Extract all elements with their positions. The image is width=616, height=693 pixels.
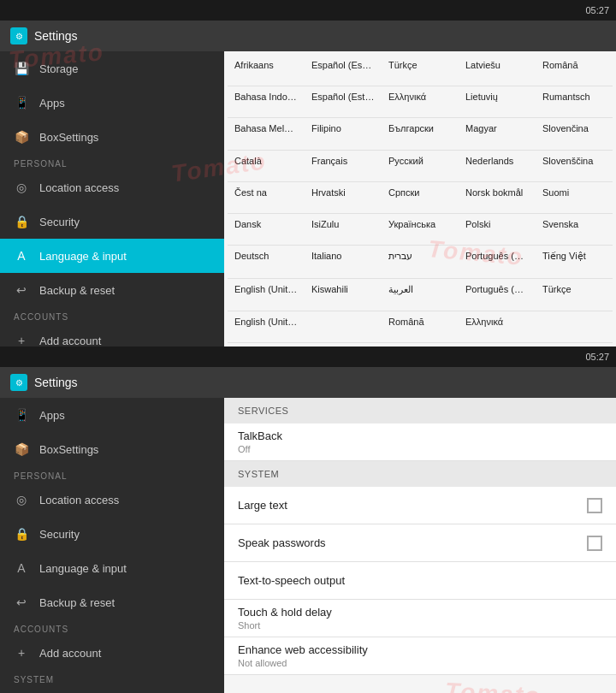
lang-norsk[interactable]: Norsk bokmål (459, 182, 536, 214)
lang-russian[interactable]: Русский (382, 151, 459, 182)
sidebar-item-location[interactable]: ◎ Location access (0, 170, 224, 204)
language-icon-bottom: A (14, 561, 29, 575)
lang-serbian[interactable]: Српски (382, 182, 459, 214)
sidebar-bottom-label-security: Security (39, 528, 80, 541)
backup-icon-bottom: ↩ (14, 595, 29, 609)
tts-output-row[interactable]: Text-to-speech output (224, 562, 616, 600)
lang-turkce[interactable]: Türkçe (382, 55, 459, 86)
boxsettings-icon: 📦 (14, 130, 29, 144)
lang-suomi[interactable]: Suomi (536, 182, 613, 214)
lang-english-us[interactable]: English (United States) (228, 311, 305, 343)
location-icon-bottom: ◎ (14, 493, 29, 506)
sidebar-label-language: Language & input (39, 250, 127, 263)
lang-bahasa-indonesia[interactable]: Bahasa Indonesia (228, 86, 305, 118)
lang-bulgarian[interactable]: Български (382, 118, 459, 150)
settings-icon-bottom: ⚙ (10, 374, 27, 391)
sidebar-bottom-security[interactable]: 🔒 Security (0, 517, 224, 551)
talkback-subtitle: Off (238, 444, 282, 454)
sidebar-bottom-datetime[interactable]: 🕐 Date & time (0, 686, 224, 693)
lang-lithuanian[interactable]: Lietuvių (459, 86, 536, 118)
lang-deutsch[interactable]: Deutsch (228, 246, 305, 278)
sidebar-bottom-label-addaccount: Add account (39, 647, 101, 660)
sidebar-bottom-backup[interactable]: ↩ Backup & reset (0, 585, 224, 619)
sidebar-bottom-language[interactable]: A Language & input (0, 551, 224, 585)
lang-isizulu[interactable]: IsiZulu (305, 214, 382, 246)
lang-espanol-estados[interactable]: Español (Estados U (305, 86, 382, 118)
lang-bahasa-melayu[interactable]: Bahasa Melayu (228, 118, 305, 150)
lang-francais[interactable]: Français (305, 151, 382, 182)
lang-polish[interactable]: Polski (459, 214, 536, 246)
touch-hold-title: Touch & hold delay (238, 606, 332, 619)
lang-greek2[interactable]: Ελληνικά (459, 311, 536, 343)
lang-rumantsch[interactable]: Rumantsch (536, 86, 613, 118)
touch-hold-subtitle: Short (238, 620, 332, 631)
lang-filipino[interactable]: Filipino (305, 118, 382, 150)
section-personal-bottom: PERSONAL (0, 466, 224, 483)
speak-passwords-info: Speak passwords (238, 536, 326, 549)
status-icons-bottom: 05:27 (585, 352, 609, 362)
lang-swedish[interactable]: Svenska (536, 214, 613, 246)
sidebar-item-backup[interactable]: ↩ Backup & reset (0, 273, 224, 307)
lang-hebrew[interactable]: עברית (382, 246, 459, 278)
sidebar-bottom-boxsettings[interactable]: 📦 BoxSettings (0, 432, 224, 466)
lang-portuguese-pt[interactable]: Português (Portu (459, 279, 536, 311)
sidebar-label-storage: Storage (39, 62, 79, 75)
touch-hold-row[interactable]: Touch & hold delay Short (224, 600, 616, 637)
lang-kiswahili[interactable]: Kiswahili (305, 279, 382, 311)
sidebar-item-language[interactable]: A Language & input (0, 239, 224, 273)
lang-latviesu[interactable]: Latviešu (459, 55, 536, 86)
sidebar-label-security: Security (39, 216, 80, 228)
large-text-info: Large text (238, 499, 287, 512)
sidebar-item-boxsettings[interactable]: 📦 BoxSettings (0, 120, 224, 154)
talkback-row[interactable]: TalkBack Off (224, 424, 616, 461)
bottom-screen: Tomato Tomato Tomato Tomato Tomato 05:27… (0, 346, 616, 693)
sidebar-item-storage[interactable]: 💾 Storage (0, 51, 224, 86)
lang-greek[interactable]: Ελληνικά (382, 86, 459, 118)
talkback-title: TalkBack (238, 429, 282, 442)
large-text-checkbox[interactable] (587, 498, 602, 513)
sidebar-item-addaccount[interactable]: + Add account (0, 323, 224, 346)
lang-english-uk[interactable]: English (United Kin (228, 279, 305, 311)
lang-croatian[interactable]: Hrvatski (305, 182, 382, 214)
lang-turkish2[interactable]: Türkçe (536, 279, 613, 311)
lang-danish[interactable]: Dansk (228, 214, 305, 246)
sidebar-label-backup: Backup & reset (39, 284, 115, 297)
lang-slovene[interactable]: Slovenščina (536, 151, 613, 182)
location-icon: ◎ (14, 181, 29, 194)
lang-dutch[interactable]: Nederlands (459, 151, 536, 182)
lang-vietnamese[interactable]: Tiếng Việt (536, 246, 613, 278)
enhance-web-title: Enhance web accessibility (238, 643, 368, 656)
speak-passwords-row[interactable]: Speak passwords (224, 524, 616, 562)
security-icon-bottom: 🔒 (14, 527, 29, 541)
speak-passwords-checkbox[interactable] (587, 536, 602, 551)
settings-icon-top: ⚙ (10, 27, 27, 44)
lang-ukrainian[interactable]: Українська (382, 214, 459, 246)
lang-catala[interactable]: Català (228, 151, 305, 182)
lang-czech[interactable]: Čest na (228, 182, 305, 214)
lang-magyar[interactable]: Magyar (459, 118, 536, 150)
lang-espanol-espana[interactable]: Español (España) (305, 55, 382, 86)
lang-romana[interactable]: Română (536, 55, 613, 86)
section-personal-top: PERSONAL (0, 154, 224, 170)
lang-afrikaans[interactable]: Afrikaans (228, 55, 305, 86)
sidebar-bottom-addaccount[interactable]: + Add account (0, 636, 224, 670)
lang-arabic[interactable]: العربية (382, 279, 459, 311)
lang-slovencina[interactable]: Slovenčina (536, 118, 613, 150)
top-screen: Tomato Tomato Tomato 05:27 ⚙ Settings 💾 … (0, 0, 616, 346)
addaccount-icon: + (14, 334, 29, 346)
large-text-row[interactable]: Large text (224, 487, 616, 524)
sidebar-bottom-location[interactable]: ◎ Location access (0, 483, 224, 517)
lang-romana2[interactable]: Română (382, 311, 459, 343)
sidebar-item-security[interactable]: 🔒 Security (0, 204, 224, 239)
lang-portuguese-br[interactable]: Português (Brasi (459, 246, 536, 278)
status-time: 05:27 (585, 5, 609, 15)
sidebar-label-addaccount: Add account (39, 335, 101, 347)
sidebar-item-apps[interactable]: 📱 Apps (0, 86, 224, 120)
status-bar-bottom: 05:27 (0, 346, 616, 367)
storage-icon: 💾 (14, 62, 29, 75)
language-dropdown[interactable]: Afrikaans Español (España) Türkçe Latvie… (224, 51, 616, 346)
sidebar-bottom-apps[interactable]: 📱 Apps (0, 398, 224, 432)
lang-italian[interactable]: Italiano (305, 246, 382, 278)
enhance-web-row[interactable]: Enhance web accessibility Not allowed (224, 637, 616, 675)
sidebar-bottom-label-backup: Backup & reset (39, 596, 115, 609)
